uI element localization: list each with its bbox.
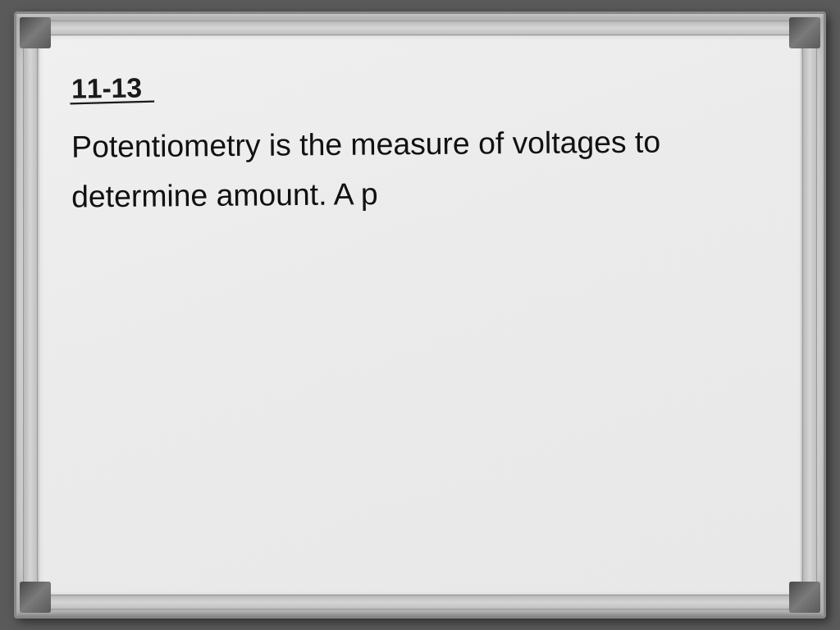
rail-bottom [49,595,791,609]
date-text: 11-13 [71,72,143,103]
rail-top [49,21,791,35]
text-line2: determine amount. A p [71,176,378,213]
whiteboard-surface: 11-13 Potentiometry is the measure of vo… [39,35,801,595]
whiteboard-content: 11-13 Potentiometry is the measure of vo… [64,52,776,578]
rail-left [23,47,38,583]
corner-tr [789,17,820,48]
corner-tl [20,17,51,48]
text-line1: Potentiometry is the measure of voltages… [71,124,660,163]
handwriting-svg: 11-13 Potentiometry is the measure of vo… [64,52,776,578]
corner-bl [20,582,51,613]
corner-br [789,582,820,613]
rail-right [802,47,817,583]
whiteboard-frame: 11-13 Potentiometry is the measure of vo… [14,11,826,619]
